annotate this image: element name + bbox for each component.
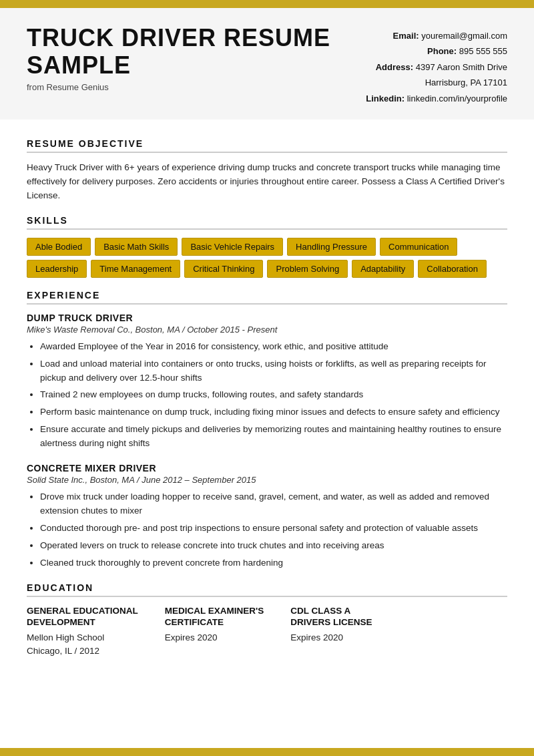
exp-job-title: CONCRETE MIXER DRIVER [27, 463, 507, 474]
exp-company: Mike's Waste Removal Co., Boston, MA / O… [27, 325, 507, 335]
skill-tag: Basic Math Skills [95, 238, 178, 256]
objective-section: RESUME OBJECTIVE Heavy Truck Driver with… [27, 138, 507, 203]
edu-item: CDL CLASS A DRIVERS LICENSEExpires 2020 [290, 605, 372, 658]
linkedin-line: Linkedin: linkedin.com/in/yourprofile [366, 91, 507, 106]
edu-detail-1: Expires 2020 [165, 631, 264, 644]
exp-bullet: Trained 2 new employees on dump trucks, … [40, 388, 507, 402]
edu-detail-1: Expires 2020 [290, 631, 372, 644]
skill-tag: Critical Thinking [184, 260, 263, 278]
header-left: TRUCK DRIVER RESUMESAMPLE from Resume Ge… [27, 24, 330, 92]
phone-label: Phone: [427, 46, 457, 56]
edu-detail-2: Chicago, IL / 2012 [27, 644, 138, 658]
skills-section: SKILLS Able BodiedBasic Math SkillsBasic… [27, 215, 507, 278]
edu-item-title: MEDICAL EXAMINER'S CERTIFICATE [165, 605, 264, 628]
exp-bullet: Conducted thorough pre- and post trip in… [40, 522, 507, 536]
edu-item-title: CDL CLASS A DRIVERS LICENSE [290, 605, 372, 628]
skill-tag: Collaboration [418, 260, 487, 278]
exp-entry: DUMP TRUCK DRIVERMike's Waste Removal Co… [27, 313, 507, 451]
exp-bullet: Operated levers on truck to release conc… [40, 539, 507, 553]
resume-title: TRUCK DRIVER RESUMESAMPLE [27, 24, 330, 79]
skill-tag: Communication [380, 238, 457, 256]
exp-bullet: Awarded Employee of the Year in 2016 for… [40, 340, 507, 354]
header-contact: Email: youremail@gmail.com Phone: 895 55… [366, 28, 507, 106]
address-city: Harrisburg, PA 17101 [425, 77, 507, 87]
address-city-line: Harrisburg, PA 17101 [366, 75, 507, 90]
objective-title: RESUME OBJECTIVE [27, 138, 507, 153]
edu-detail-1: Mellon High School [27, 631, 138, 644]
exp-job-title: DUMP TRUCK DRIVER [27, 313, 507, 323]
bottom-bar [0, 748, 534, 756]
skill-tag: Handling Pressure [287, 238, 376, 256]
exp-bullet: Ensure accurate and timely pickups and d… [40, 423, 507, 451]
education-title: EDUCATION [27, 582, 507, 597]
objective-text: Heavy Truck Driver with 6+ years of expe… [27, 161, 507, 203]
email-label: Email: [393, 31, 419, 41]
education-section: EDUCATION GENERAL EDUCATIONAL DEVELOPMEN… [27, 582, 507, 658]
skill-tag: Adaptability [352, 260, 414, 278]
edu-item: GENERAL EDUCATIONAL DEVELOPMENTMellon Hi… [27, 605, 138, 658]
linkedin-value: linkedin.com/in/yourprofile [407, 93, 507, 104]
edu-item: MEDICAL EXAMINER'S CERTIFICATEExpires 20… [165, 605, 264, 658]
main-content: RESUME OBJECTIVE Heavy Truck Driver with… [0, 120, 534, 695]
exp-bullet: Cleaned truck thoroughly to prevent conc… [40, 556, 507, 570]
experience-section: EXPERIENCE DUMP TRUCK DRIVERMike's Waste… [27, 290, 507, 570]
address-line: Address: 4397 Aaron Smith Drive [366, 59, 507, 75]
resume-page: TRUCK DRIVER RESUMESAMPLE from Resume Ge… [0, 0, 534, 756]
address-value: 4397 Aaron Smith Drive [416, 62, 507, 72]
email-value: youremail@gmail.com [421, 31, 507, 41]
address-label: Address: [376, 62, 413, 72]
exp-bullet: Load and unload material into containers… [40, 357, 507, 385]
experience-title: EXPERIENCE [27, 290, 507, 305]
skill-tag: Able Bodied [27, 238, 91, 256]
experience-jobs: DUMP TRUCK DRIVERMike's Waste Removal Co… [27, 313, 507, 570]
header: TRUCK DRIVER RESUMESAMPLE from Resume Ge… [0, 8, 534, 120]
phone-value: 895 555 555 [459, 46, 507, 56]
skill-tag: Basic Vehicle Repairs [182, 238, 283, 256]
skills-title: SKILLS [27, 215, 507, 230]
exp-bullets: Awarded Employee of the Year in 2016 for… [27, 340, 507, 451]
education-grid: GENERAL EDUCATIONAL DEVELOPMENTMellon Hi… [27, 605, 507, 658]
edu-item-title: GENERAL EDUCATIONAL DEVELOPMENT [27, 605, 138, 628]
linkedin-label: Linkedin: [366, 93, 405, 104]
skill-tag: Leadership [27, 260, 87, 278]
skills-row-2: LeadershipTime ManagementCritical Thinki… [27, 260, 507, 278]
email-line: Email: youremail@gmail.com [366, 28, 507, 43]
exp-company: Solid State Inc., Boston, MA / June 2012… [27, 475, 507, 485]
top-bar [0, 0, 534, 8]
skills-row-1: Able BodiedBasic Math SkillsBasic Vehicl… [27, 238, 507, 256]
exp-bullets: Drove mix truck under loading hopper to … [27, 490, 507, 570]
skill-tag: Problem Solving [267, 260, 348, 278]
exp-entry: CONCRETE MIXER DRIVERSolid State Inc., B… [27, 463, 507, 570]
exp-bullet: Perform basic maintenance on dump truck,… [40, 405, 507, 419]
phone-line: Phone: 895 555 555 [366, 43, 507, 59]
exp-bullet: Drove mix truck under loading hopper to … [40, 490, 507, 518]
skill-tag: Time Management [91, 260, 180, 278]
resume-subtitle: from Resume Genius [27, 82, 330, 92]
